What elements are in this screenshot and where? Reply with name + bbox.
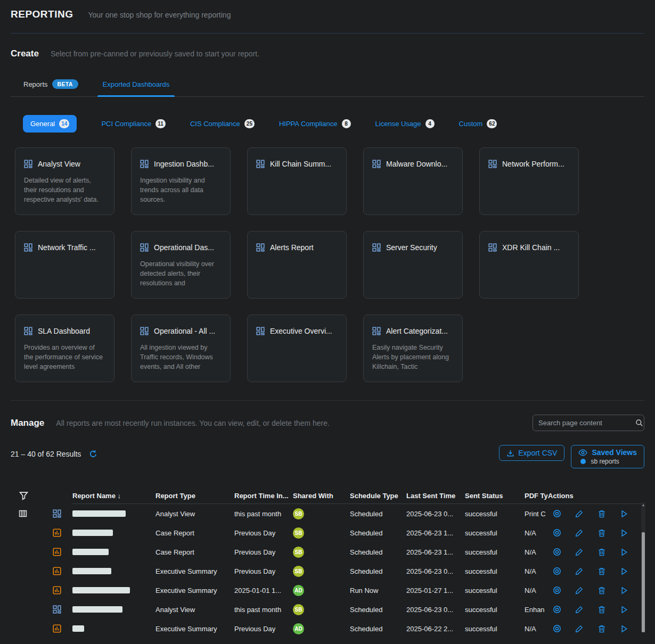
card-network-performance[interactable]: Network Perform... [479,147,579,215]
run-icon[interactable] [619,624,628,633]
export-csv-label: Export CSV [518,449,557,457]
view-icon[interactable] [552,567,561,576]
edit-icon[interactable] [575,586,584,595]
card-description: Ingestion visibility and trends across a… [140,176,222,204]
table-scrollbar[interactable]: ▲ [641,502,645,632]
col-sent-status[interactable]: Sent Status [465,492,525,500]
report-type: Executive Summary [155,567,234,575]
col-schedule-type[interactable]: Schedule Type [350,492,406,500]
tab-reports[interactable]: Reports BETA [18,76,84,96]
card-alerts-report[interactable]: Alerts Report [247,231,347,299]
edit-icon[interactable] [575,567,584,576]
delete-icon[interactable] [597,509,606,518]
run-icon[interactable] [619,586,628,595]
view-icon[interactable] [552,548,561,557]
category-hippa-compliance[interactable]: HIPPA Compliance 8 [279,119,351,128]
col-last-sent-time[interactable]: Last Sent Time [406,492,465,500]
dashboard-icon [372,327,381,335]
export-csv-button[interactable]: Export CSV [499,445,564,461]
run-icon[interactable] [619,548,628,557]
card-operational-all[interactable]: Operational - All ... All ingestion view… [131,315,231,382]
search-input[interactable] [538,419,632,427]
refresh-icon[interactable] [88,449,97,458]
scrollbar-up-arrow[interactable]: ▲ [641,502,645,508]
card-network-traffic[interactable]: Network Traffic ... [15,231,114,299]
dashboard-icon [140,327,149,335]
card-title: Network Perform... [502,160,564,168]
table-row[interactable]: Executive Summary Previous Day AD Schedu… [11,619,644,638]
card-operational-dashboard[interactable]: Operational Das... Operational visibilit… [131,231,231,299]
view-icon[interactable] [552,605,561,614]
category-license-usage[interactable]: License Usage 4 [375,119,435,128]
card-sla-dashboard[interactable]: SLA Dashboard Provides an overview of th… [15,315,114,382]
edit-icon[interactable] [575,624,584,633]
run-icon[interactable] [619,529,628,538]
run-icon[interactable] [619,509,628,518]
category-count-badge: 14 [59,119,69,128]
dashboard-icon [488,160,497,168]
view-icon[interactable] [552,624,561,633]
search-box[interactable] [533,415,644,431]
view-icon[interactable] [552,509,561,518]
delete-icon[interactable] [597,567,606,576]
table-row[interactable]: Case Report Previous Day SB Scheduled 20… [11,523,644,542]
card-malware-downloads[interactable]: Malware Downlo... [363,147,463,215]
filter-icon[interactable] [11,491,42,500]
report-name-redacted [72,625,84,632]
category-cis-compliance[interactable]: CIS Compliance 25 [190,119,255,128]
delete-icon[interactable] [597,586,606,595]
card-xdr-kill-chain[interactable]: XDR Kill Chain ... [479,231,579,299]
report-name-redacted [72,568,111,574]
card-title: SLA Dashboard [38,327,90,335]
card-title: Kill Chain Summ... [270,160,331,168]
table-row[interactable]: Executive Summary Previous Day SB Schedu… [11,562,644,581]
col-report-time[interactable]: Report Time In... [234,492,293,500]
delete-icon[interactable] [597,548,606,557]
category-custom[interactable]: Custom 62 [459,119,497,128]
pdf-type: Print C [525,510,548,518]
run-icon[interactable] [619,567,628,576]
card-executive-overview[interactable]: Executive Overvi... [247,315,347,382]
edit-icon[interactable] [575,509,584,518]
delete-icon[interactable] [597,624,606,633]
table-row[interactable]: Analyst View this past month SB Schedule… [11,504,644,523]
sent-status: successful [465,529,525,537]
table-row[interactable]: Executive Summary 2025-01-01 1... AD Run… [11,581,644,600]
col-pdf-type[interactable]: PDF Ty [525,492,548,500]
tab-exported-dashboards[interactable]: Exported Dashboards [97,76,175,96]
edit-icon[interactable] [575,548,584,557]
col-shared-with[interactable]: Shared With [293,492,350,500]
table-row[interactable]: Case Report Previous Day SB Scheduled 20… [11,542,644,562]
create-tabs: Reports BETA Exported Dashboards [11,76,644,97]
scrollbar-thumb[interactable] [642,532,645,632]
eye-icon [578,449,587,456]
card-server-security[interactable]: Server Security [363,231,463,299]
card-kill-chain-summary[interactable]: Kill Chain Summ... [247,147,347,215]
card-description: Operational visibility over detected ale… [140,259,222,288]
delete-icon[interactable] [597,529,606,538]
schedule-type: Run Now [350,587,406,595]
pdf-type: Enhan [525,606,548,614]
delete-icon[interactable] [597,605,606,614]
view-icon[interactable] [552,529,561,538]
run-icon[interactable] [619,605,628,614]
col-report-name[interactable]: Report Name ↓ [72,492,155,500]
category-pci-compliance[interactable]: PCI Compliance 11 [101,119,166,128]
table-row[interactable]: Analyst View this past month SB Schedule… [11,600,644,619]
dashboard-icon [42,605,72,614]
card-title: Analyst View [38,160,80,168]
card-alert-categorization[interactable]: Alert Categorizat... Easily navigate Sec… [363,315,463,382]
view-icon[interactable] [552,586,561,595]
category-general[interactable]: General 14 [23,115,77,133]
card-analyst-view[interactable]: Analyst View Detailed view of alerts, th… [15,147,114,215]
edit-icon[interactable] [575,529,584,538]
column-picker-icon[interactable] [11,509,42,518]
bar-chart-icon [42,529,72,538]
saved-views-button[interactable]: Saved Views sb reports [571,445,644,468]
dashboard-icon [24,327,32,335]
card-ingestion-dashboard[interactable]: Ingestion Dashb... Ingestion visibility … [131,147,231,215]
col-report-type[interactable]: Report Type [155,492,234,500]
edit-icon[interactable] [575,605,584,614]
dashboard-icon [140,243,149,252]
search-icon[interactable] [635,419,643,427]
